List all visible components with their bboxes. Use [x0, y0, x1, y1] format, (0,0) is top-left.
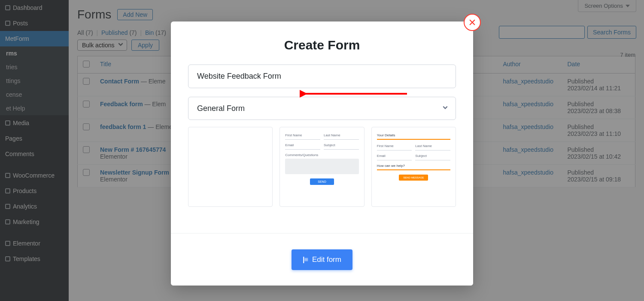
chevron-down-icon: [442, 104, 448, 112]
form-type-select[interactable]: General Form: [188, 97, 456, 120]
template-contact-orange[interactable]: Your Details First Name Last Name Email …: [371, 127, 456, 207]
create-form-modal: Create Form General Form First Name Last…: [171, 22, 473, 286]
template-blank[interactable]: [188, 127, 273, 207]
elementor-icon: |≡: [303, 256, 308, 264]
template-send-button: SEND: [310, 178, 334, 185]
form-name-input[interactable]: [188, 64, 456, 88]
template-contact-basic[interactable]: First Name Last Name Email Subject Comme…: [279, 127, 364, 207]
edit-form-button[interactable]: |≡ Edit form: [292, 249, 352, 270]
close-icon: [468, 18, 476, 26]
close-button[interactable]: [464, 14, 481, 31]
modal-title: Create Form: [171, 38, 473, 52]
template-send-button: SEND MESSAGE: [399, 175, 428, 181]
template-gallery: First Name Last Name Email Subject Comme…: [188, 127, 456, 207]
